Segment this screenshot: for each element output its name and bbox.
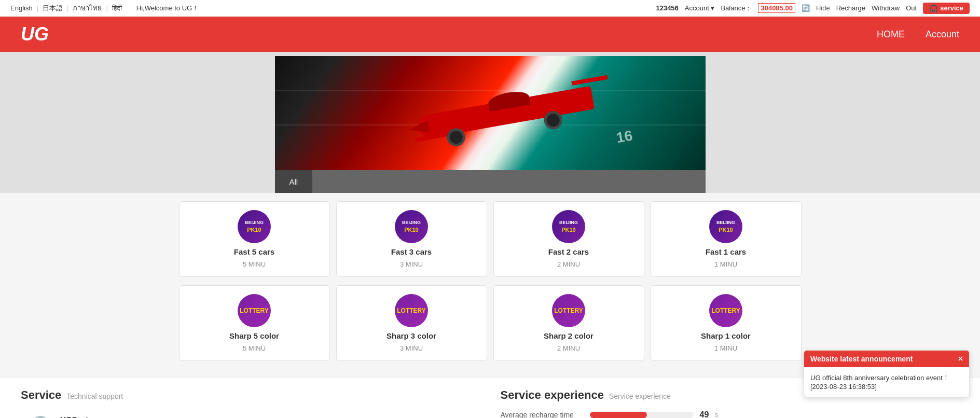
- fast3-icon: BEIJING PK10: [395, 210, 428, 243]
- service-left: Service Technical support Fu UGSystem Lo…: [21, 388, 480, 418]
- nav-home[interactable]: HOME: [877, 29, 905, 40]
- fast2-name: Fast 2 cars: [548, 247, 589, 256]
- lang-japanese[interactable]: 日本語: [43, 4, 63, 13]
- account-dropdown-trigger[interactable]: Account ▾: [685, 4, 715, 12]
- system-name: UGSystem: [60, 415, 104, 418]
- sharp2-name: Sharp 2 color: [544, 331, 593, 340]
- sharp1-name: Sharp 1 color: [701, 331, 751, 340]
- game-card-sharp2[interactable]: LOTTERY Sharp 2 color 2 MINU: [493, 285, 644, 361]
- fast5-duration: 5 MINU: [243, 260, 266, 268]
- game-card-fast1[interactable]: BEIJING PK10 Fast 1 cars 1 MINU: [651, 201, 802, 277]
- welcome-message: Hi,Welcome to UG！: [136, 4, 199, 13]
- recharge-bar-container: [590, 412, 694, 418]
- logo[interactable]: UG: [21, 23, 49, 45]
- fast3-name: Fast 3 cars: [391, 247, 432, 256]
- recharge-button[interactable]: Recharge: [836, 4, 865, 12]
- lang-hindi[interactable]: हिंदी: [112, 4, 122, 12]
- colors-row: LOTTERY Sharp 5 color 5 MINU LOTTERY Sha…: [179, 285, 802, 361]
- balance-label: Balance：: [721, 4, 752, 13]
- announcement-popup: Website latest announcement × UG officia…: [804, 350, 970, 397]
- main-nav: HOME Account: [877, 29, 959, 40]
- sharp1-duration: 1 MINU: [714, 344, 737, 352]
- game-card-sharp1[interactable]: LOTTERY Sharp 1 color 1 MINU: [651, 285, 802, 361]
- car-number: 16: [615, 128, 634, 147]
- announcement-title: Website latest announcement: [810, 355, 913, 363]
- top-bar-right: 123456 Account ▾ Balance： 304085.00 🔄 Hi…: [656, 3, 970, 14]
- service-title-row: Service Technical support: [21, 388, 480, 402]
- recharge-bar: [590, 412, 647, 418]
- banner-area: 16 All: [0, 52, 980, 193]
- fast2-duration: 2 MINU: [557, 260, 580, 268]
- experience-title: Service experience: [501, 388, 604, 402]
- header: UG HOME Account: [0, 17, 980, 52]
- lang-english[interactable]: English: [10, 4, 33, 12]
- fast1-name: Fast 1 cars: [706, 247, 746, 256]
- headset-icon: 🎧: [929, 4, 938, 12]
- fast5-icon: BEIJING PK10: [238, 210, 271, 243]
- service-label: service: [940, 4, 963, 12]
- service-button[interactable]: 🎧 service: [923, 3, 970, 14]
- sharp2-duration: 2 MINU: [557, 344, 580, 352]
- recharge-stat: Average recharge time 49 s: [501, 410, 960, 418]
- hero-car: [405, 72, 618, 159]
- experience-subtitle: Service experience: [609, 392, 671, 400]
- cars-row: BEIJING PK10 Fast 5 cars 5 MINU BEIJING …: [179, 201, 802, 277]
- hero-banner: 16: [275, 56, 706, 170]
- fast1-icon: BEIJING PK10: [709, 210, 742, 243]
- sharp5-duration: 5 MINU: [243, 344, 266, 352]
- fast1-duration: 1 MINU: [714, 260, 737, 268]
- balance-value: 304085.00: [758, 3, 795, 13]
- game-card-fast5[interactable]: BEIJING PK10 Fast 5 cars 5 MINU: [179, 201, 330, 277]
- track-line-1: [275, 90, 706, 91]
- game-card-fast2[interactable]: BEIJING PK10 Fast 2 cars 2 MINU: [493, 201, 644, 277]
- announcement-close-button[interactable]: ×: [958, 355, 963, 363]
- fast3-duration: 3 MINU: [400, 260, 423, 268]
- sharp3-icon: LOTTERY: [395, 294, 428, 327]
- fast5-name: Fast 5 cars: [234, 247, 274, 256]
- withdraw-button[interactable]: Withdraw: [872, 4, 900, 12]
- sharp5-icon: LOTTERY: [238, 294, 271, 327]
- out-button[interactable]: Out: [906, 4, 917, 12]
- svg-point-2: [32, 416, 49, 418]
- announcement-body: UG official 8th anniversary celebration …: [804, 367, 969, 397]
- nav-account[interactable]: Account: [926, 29, 959, 40]
- recharge-stat-label: Average recharge time: [501, 411, 584, 418]
- user-id: 123456: [656, 4, 678, 12]
- system-info: UGSystem Lottery system: [60, 415, 104, 418]
- sep3: |: [106, 4, 107, 12]
- service-info: Fu UGSystem Lottery system: [21, 410, 480, 418]
- cloud-icon: Fu: [21, 410, 52, 418]
- sharp3-duration: 3 MINU: [400, 344, 423, 352]
- category-filter-bar: All: [275, 170, 706, 193]
- games-container: BEIJING PK10 Fast 5 cars 5 MINU BEIJING …: [179, 201, 802, 361]
- announcement-header: Website latest announcement ×: [804, 351, 969, 367]
- service-subtitle: Technical support: [66, 392, 123, 400]
- service-title: Service: [21, 388, 61, 402]
- filter-all-button[interactable]: All: [275, 170, 313, 193]
- sharp2-icon: LOTTERY: [552, 294, 585, 327]
- recharge-value: 49: [700, 410, 709, 418]
- language-switcher: English | 日本語 | ภาษาไทย | हिंदी Hi,Welco…: [10, 3, 199, 13]
- sep1: |: [37, 4, 38, 12]
- game-card-sharp5[interactable]: LOTTERY Sharp 5 color 5 MINU: [179, 285, 330, 361]
- hide-button[interactable]: Hide: [816, 4, 830, 12]
- sharp3-name: Sharp 3 color: [387, 331, 436, 340]
- lang-thai[interactable]: ภาษาไทย: [73, 3, 102, 13]
- refresh-icon[interactable]: 🔄: [802, 4, 810, 12]
- sep2: |: [67, 4, 68, 12]
- sharp1-icon: LOTTERY: [709, 294, 742, 327]
- fast2-icon: BEIJING PK10: [552, 210, 585, 243]
- top-bar: English | 日本語 | ภาษาไทย | हिंदी Hi,Welco…: [0, 0, 980, 17]
- game-card-sharp3[interactable]: LOTTERY Sharp 3 color 3 MINU: [336, 285, 487, 361]
- recharge-unit: s: [715, 411, 718, 418]
- sharp5-name: Sharp 5 color: [229, 331, 279, 340]
- car-wing-rear: [571, 75, 608, 86]
- game-card-fast3[interactable]: BEIJING PK10 Fast 3 cars 3 MINU: [336, 201, 487, 277]
